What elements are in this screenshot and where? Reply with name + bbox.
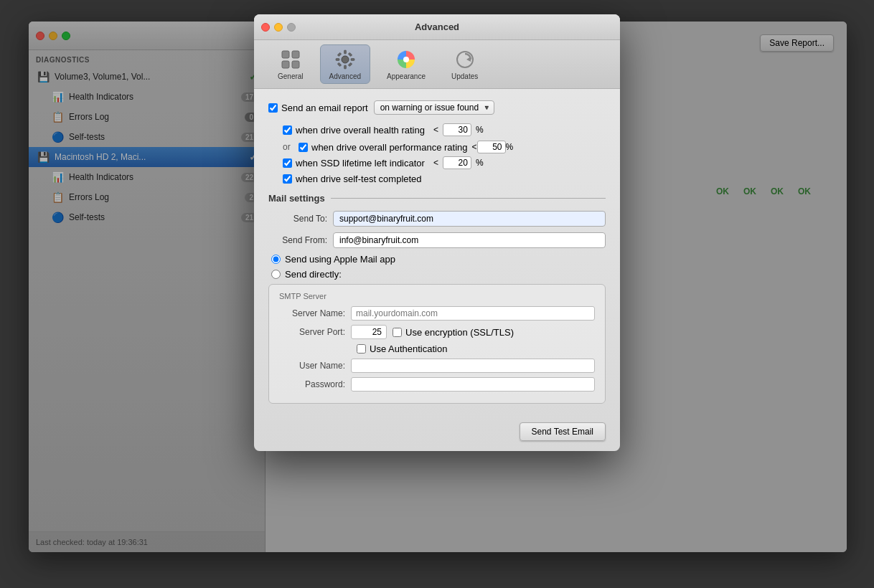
svg-rect-7 (336, 59, 339, 61)
send-directly-row: Send directly: (271, 269, 606, 280)
percent-3: % (476, 158, 484, 168)
mail-settings-label: Mail settings (268, 193, 325, 204)
toolbar-item-appearance[interactable]: Appearance (377, 44, 435, 84)
send-condition-select[interactable]: on warning or issue found always never (374, 100, 494, 115)
server-port-row: Server Port: Use encryption (SSL/TLS) (279, 325, 595, 339)
condition-2-label[interactable]: when drive overall performance rating (299, 142, 468, 153)
dialog-titlebar: Advanced (254, 14, 620, 40)
smtp-title: SMTP Server (279, 292, 595, 300)
condition-1-label[interactable]: when drive overall health rating (283, 125, 425, 136)
health-threshold-input[interactable] (443, 123, 471, 136)
svg-rect-2 (292, 51, 299, 58)
performance-threshold-input[interactable] (477, 141, 506, 153)
toolbar-advanced-label: Advanced (329, 72, 361, 80)
dialog-minimize-button[interactable] (274, 23, 283, 32)
condition-1-checkbox[interactable] (283, 125, 292, 135)
condition-row-1: when drive overall health rating < % (283, 123, 606, 136)
server-port-input[interactable] (351, 325, 387, 339)
condition-1-text: when drive overall health rating (296, 125, 425, 136)
condition-3-checkbox[interactable] (283, 158, 292, 168)
send-email-checkbox-label[interactable]: Send an email report (268, 103, 368, 113)
auth-label: Use Authentication (370, 343, 447, 354)
svg-rect-10 (348, 62, 352, 67)
svg-rect-9 (337, 52, 342, 57)
svg-rect-8 (351, 59, 354, 61)
dialog-maximize-button (287, 23, 296, 32)
svg-point-4 (342, 56, 349, 63)
condition-row-4: when drive self-test completed (283, 174, 606, 184)
ssl-checkbox[interactable] (393, 328, 402, 337)
mail-settings-divider (331, 198, 606, 199)
send-to-row: Send To: (268, 211, 606, 227)
password-label: Password: (279, 379, 351, 389)
dialog-title: Advanced (415, 22, 459, 32)
toolbar-general-label: General (278, 72, 304, 80)
smtp-box: SMTP Server Server Name: Server Port: Us… (268, 284, 606, 404)
general-icon (279, 48, 302, 71)
gear-icon (334, 48, 357, 71)
apple-mail-label: Send using Apple Mail app (285, 254, 395, 265)
or-label-row: or when drive overall performance rating… (283, 141, 606, 153)
send-directly-radio[interactable] (271, 270, 281, 279)
percent-2: % (506, 142, 514, 152)
dialog-footer: Send Test Email (254, 415, 620, 451)
conditions-section: when drive overall health rating < % or … (283, 123, 606, 184)
less-than-3: < (433, 158, 438, 168)
server-name-input[interactable] (351, 306, 595, 321)
toolbar-item-advanced[interactable]: Advanced (320, 44, 370, 84)
less-than-1: < (433, 125, 438, 135)
ssd-threshold-input[interactable] (443, 156, 471, 169)
svg-point-14 (403, 57, 409, 62)
toolbar-appearance-label: Appearance (387, 72, 426, 80)
send-email-checkbox[interactable] (268, 103, 278, 113)
send-from-label: Send From: (268, 235, 333, 245)
send-to-label: Send To: (268, 214, 333, 224)
condition-row-3: when SSD lifetime left indicator < % (283, 156, 606, 169)
svg-rect-1 (282, 61, 289, 68)
percent-1: % (476, 125, 484, 135)
updates-icon (454, 48, 476, 71)
condition-4-label[interactable]: when drive self-test completed (283, 174, 422, 184)
advanced-dialog: Advanced General (254, 14, 620, 451)
svg-rect-0 (282, 51, 289, 58)
toolbar-updates-label: Updates (451, 72, 478, 80)
svg-rect-6 (344, 65, 346, 69)
auth-checkbox[interactable] (357, 344, 366, 354)
auth-row: Use Authentication (357, 343, 595, 354)
user-name-row: User Name: (279, 359, 595, 373)
ssl-label: Use encryption (SSL/TLS) (405, 327, 514, 338)
email-report-row: Send an email report on warning or issue… (268, 100, 606, 115)
ssl-row: Use encryption (SSL/TLS) (393, 327, 514, 338)
dialog-content: Send an email report on warning or issue… (254, 89, 620, 415)
server-name-row: Server Name: (279, 306, 595, 321)
password-row: Password: (279, 377, 595, 392)
send-from-row: Send From: (268, 232, 606, 248)
color-wheel-icon (395, 48, 418, 71)
condition-3-text: when SSD lifetime left indicator (296, 158, 425, 169)
less-than-2: < (472, 142, 477, 152)
send-from-input[interactable] (333, 232, 606, 248)
user-name-input[interactable] (351, 359, 595, 373)
condition-2-checkbox[interactable] (299, 143, 308, 152)
send-condition-wrapper: on warning or issue found always never ▼ (374, 100, 494, 115)
condition-4-text: when drive self-test completed (296, 174, 422, 184)
apple-mail-radio[interactable] (271, 255, 281, 264)
send-test-button[interactable]: Send Test Email (520, 422, 606, 441)
use-apple-mail-row: Send using Apple Mail app (271, 254, 606, 265)
condition-4-checkbox[interactable] (283, 174, 292, 184)
or-label: or (283, 142, 293, 152)
svg-rect-5 (344, 50, 346, 54)
send-to-input[interactable] (333, 211, 606, 227)
dialog-close-button[interactable] (261, 23, 270, 32)
condition-2-text: when drive overall performance rating (311, 142, 468, 153)
dialog-overlay: Advanced General (0, 0, 874, 588)
condition-3-label[interactable]: when SSD lifetime left indicator (283, 158, 425, 169)
toolbar-item-updates[interactable]: Updates (442, 44, 487, 84)
server-name-label: Server Name: (279, 308, 351, 318)
toolbar-item-general[interactable]: General (268, 44, 313, 84)
svg-rect-11 (337, 62, 342, 67)
password-input[interactable] (351, 377, 595, 392)
server-port-label: Server Port: (279, 327, 351, 337)
mail-settings-header: Mail settings (268, 193, 606, 204)
send-email-label: Send an email report (281, 103, 368, 113)
